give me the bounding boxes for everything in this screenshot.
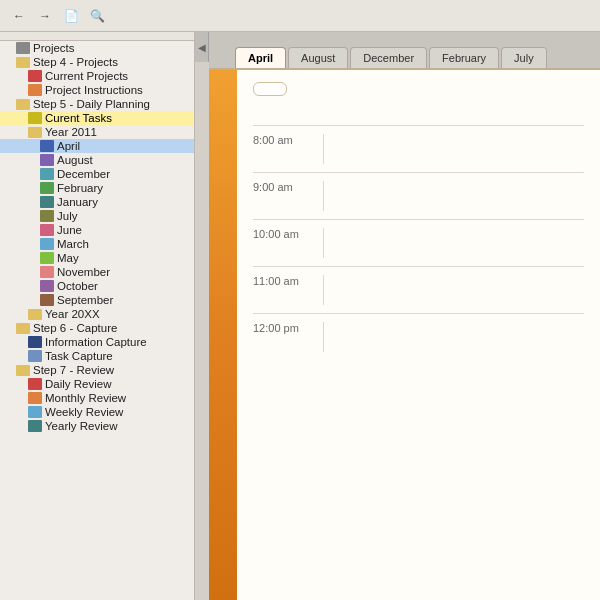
right-panel: AprilAugustDecemberFebruaryJuly 8:00 am … (209, 32, 600, 600)
sidebar-item-yearly-review[interactable]: Yearly Review (0, 419, 194, 433)
sidebar-item-daily-review[interactable]: Daily Review (0, 377, 194, 391)
time-label-8am: 8:00 am (253, 134, 323, 146)
sidebar-item-label: August (57, 154, 93, 166)
sidebar-item-october[interactable]: October (0, 279, 194, 293)
sidebar-content: ProjectsStep 4 - ProjectsCurrent Project… (0, 41, 194, 600)
sidebar-item-label: Daily Review (45, 378, 111, 390)
sidebar-item-monthly-review[interactable]: Monthly Review (0, 391, 194, 405)
sidebar-item-info-capture[interactable]: Information Capture (0, 335, 194, 349)
sidebar-item-may[interactable]: May (0, 251, 194, 265)
time-slot-10am: 10:00 am (253, 219, 584, 266)
forward-button[interactable]: → (34, 5, 56, 27)
sidebar-collapse-button[interactable]: ◀ (195, 32, 209, 62)
tab-bar: AprilAugustDecemberFebruaryJuly (209, 32, 600, 68)
sidebar-item-label: Monthly Review (45, 392, 126, 404)
sidebar-item-label: January (57, 196, 98, 208)
sidebar-item-label: November (57, 266, 110, 278)
sidebar-item-april[interactable]: April (0, 139, 194, 153)
sidebar-item-label: April (57, 140, 80, 152)
sidebar-item-label: December (57, 168, 110, 180)
sidebar-item-step6[interactable]: Step 6 - Capture (0, 321, 194, 335)
sidebar-item-label: July (57, 210, 77, 222)
tab-february[interactable]: February (429, 47, 499, 68)
sidebar-item-projects[interactable]: Projects (0, 41, 194, 55)
page-content[interactable]: 8:00 am 9:00 am 10:00 am 11:00 am 12:00 … (237, 70, 600, 600)
sidebar-item-weekly-review[interactable]: Weekly Review (0, 405, 194, 419)
time-slot-8am: 8:00 am (253, 125, 584, 172)
sidebar-item-year20xx[interactable]: Year 20XX (0, 307, 194, 321)
sidebar-item-august[interactable]: August (0, 153, 194, 167)
sidebar-item-label: February (57, 182, 103, 194)
sidebar-item-january[interactable]: January (0, 195, 194, 209)
sidebar-item-project-instructions[interactable]: Project Instructions (0, 83, 194, 97)
tab-april[interactable]: April (235, 47, 286, 68)
content-area: 8:00 am 9:00 am 10:00 am 11:00 am 12:00 … (209, 68, 600, 600)
time-label-11am: 11:00 am (253, 275, 323, 287)
time-content-8am[interactable] (323, 134, 584, 164)
time-slot-12pm: 12:00 pm (253, 313, 584, 360)
time-content-10am[interactable] (323, 228, 584, 258)
sidebar-item-label: Information Capture (45, 336, 147, 348)
sidebar-item-label: Step 6 - Capture (33, 322, 117, 334)
sidebar-item-label: June (57, 224, 82, 236)
back-button[interactable]: ← (8, 5, 30, 27)
time-slot-11am: 11:00 am (253, 266, 584, 313)
sidebar-item-september[interactable]: September (0, 293, 194, 307)
sidebar-item-label: September (57, 294, 113, 306)
sidebar-item-label: Current Projects (45, 70, 128, 82)
sidebar-item-label: Step 4 - Projects (33, 56, 118, 68)
time-label-12pm: 12:00 pm (253, 322, 323, 334)
sidebar-item-step5[interactable]: Step 5 - Daily Planning (0, 97, 194, 111)
sidebar-item-step4[interactable]: Step 4 - Projects (0, 55, 194, 69)
sidebar-item-label: Project Instructions (45, 84, 143, 96)
sidebar-item-label: Projects (33, 42, 75, 54)
sidebar: ProjectsStep 4 - ProjectsCurrent Project… (0, 32, 195, 600)
sidebar-item-february[interactable]: February (0, 181, 194, 195)
sidebar-item-label: Step 5 - Daily Planning (33, 98, 150, 110)
toolbar: ← → 📄 🔍 (0, 0, 600, 32)
tab-august[interactable]: August (288, 47, 348, 68)
sidebar-item-november[interactable]: November (0, 265, 194, 279)
page-title (253, 82, 287, 96)
time-slot-9am: 9:00 am (253, 172, 584, 219)
sidebar-item-label: Weekly Review (45, 406, 123, 418)
sidebar-item-step7[interactable]: Step 7 - Review (0, 363, 194, 377)
search-button[interactable]: 🔍 (86, 5, 108, 27)
sidebar-header (0, 32, 194, 41)
time-label-10am: 10:00 am (253, 228, 323, 240)
time-content-12pm[interactable] (323, 322, 584, 352)
sidebar-item-label: March (57, 238, 89, 250)
sidebar-item-label: Year 2011 (45, 126, 97, 138)
sidebar-item-label: Step 7 - Review (33, 364, 114, 376)
sidebar-item-july[interactable]: July (0, 209, 194, 223)
sidebar-item-current-tasks[interactable]: Curent Tasks (0, 111, 194, 125)
sidebar-item-label: October (57, 280, 98, 292)
sidebar-item-current-projects[interactable]: Current Projects (0, 69, 194, 83)
new-page-button[interactable]: 📄 (60, 5, 82, 27)
sidebar-item-march[interactable]: March (0, 237, 194, 251)
sidebar-item-december[interactable]: December (0, 167, 194, 181)
sidebar-item-label: Curent Tasks (45, 112, 112, 124)
sidebar-item-year2011[interactable]: Year 2011 (0, 125, 194, 139)
sidebar-item-june[interactable]: June (0, 223, 194, 237)
time-content-11am[interactable] (323, 275, 584, 305)
time-slots: 8:00 am 9:00 am 10:00 am 11:00 am 12:00 … (253, 125, 584, 360)
sidebar-item-label: Task Capture (45, 350, 113, 362)
sidebar-item-label: Year 20XX (45, 308, 100, 320)
orange-stripe (209, 70, 237, 600)
main-area: ProjectsStep 4 - ProjectsCurrent Project… (0, 32, 600, 600)
sidebar-item-label: Yearly Review (45, 420, 117, 432)
sidebar-item-label: May (57, 252, 79, 264)
tab-july[interactable]: July (501, 47, 547, 68)
time-content-9am[interactable] (323, 181, 584, 211)
sidebar-item-task-capture[interactable]: Task Capture (0, 349, 194, 363)
tab-december[interactable]: December (350, 47, 427, 68)
time-label-9am: 9:00 am (253, 181, 323, 193)
